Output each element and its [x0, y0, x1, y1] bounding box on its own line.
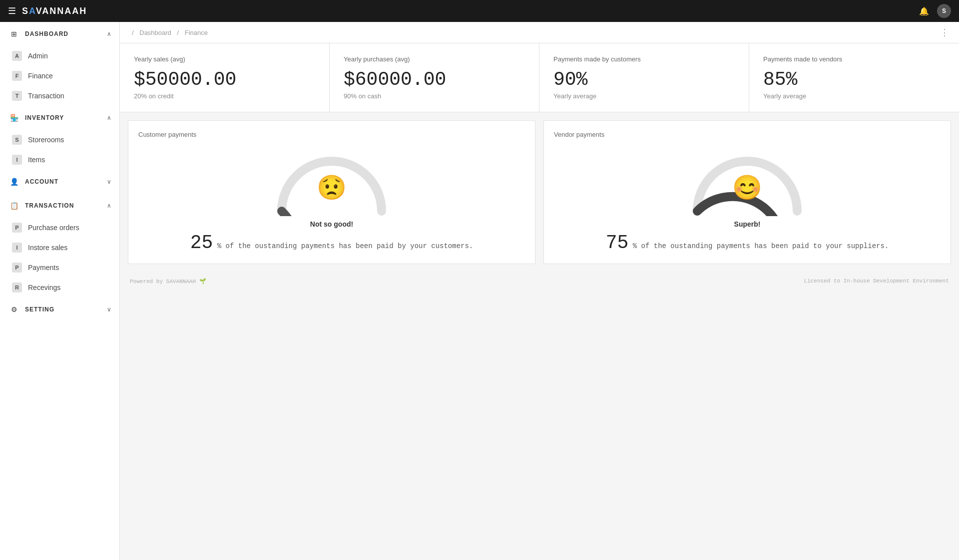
- sidebar-title-dashboard: DASHBOARD: [25, 30, 68, 37]
- sidebar-item-recevings[interactable]: R Recevings: [0, 278, 119, 297]
- sidebar-header-left-inventory: 🏪 INVENTORY: [8, 112, 64, 124]
- sidebar-item-items[interactable]: I Items: [0, 150, 119, 170]
- sidebar-header-left-setting: ⚙ SETTING: [8, 303, 54, 315]
- sidebar-letter-storerooms: S: [12, 135, 22, 145]
- stat-label-2: Payments made by customers: [553, 55, 735, 63]
- sidebar-letter-recevings: R: [12, 282, 22, 292]
- avatar[interactable]: S: [937, 4, 951, 18]
- breadcrumb-separator: /: [132, 29, 134, 36]
- topbar-left: ☰ SAVANNAAH: [8, 5, 87, 16]
- sidebar-item-finance[interactable]: F Finance: [0, 66, 119, 86]
- sidebar-item-label-finance: Finance: [28, 72, 53, 80]
- breadcrumb-bar: / Dashboard / Finance ⋮: [120, 22, 959, 43]
- gauge-container-1: 😊 Superb! 75 % of the oustanding payment…: [554, 146, 941, 254]
- gauge-face-1: 😊: [732, 174, 762, 202]
- sidebar-item-label-storerooms: Storerooms: [28, 136, 64, 144]
- grid-icon: ⊞: [8, 28, 20, 40]
- more-options-button[interactable]: ⋮: [940, 27, 949, 38]
- sidebar-header-dashboard[interactable]: ⊞ DASHBOARD ∧: [0, 22, 119, 46]
- breadcrumb-item-dashboard[interactable]: Dashboard: [139, 29, 173, 36]
- sidebar-item-label-purchase-orders: Purchase orders: [28, 224, 79, 232]
- sidebar-item-purchase-orders[interactable]: P Purchase orders: [0, 218, 119, 238]
- gauge-svg-1: 😊: [682, 146, 812, 216]
- sidebar-item-label-instore-sales: Instore sales: [28, 244, 67, 252]
- transaction-icon: 📋: [8, 200, 20, 212]
- gauge-percent-0: 25: [190, 232, 213, 254]
- hamburger-icon[interactable]: ☰: [8, 5, 16, 16]
- stat-card-2: Payments made by customers 90% Yearly av…: [539, 43, 749, 112]
- stat-label-1: Yearly purchases (avg): [344, 55, 525, 63]
- gauge-title-0: Customer payments: [138, 131, 525, 138]
- gauge-face-0: 😟: [317, 174, 347, 202]
- sidebar-section-dashboard: ⊞ DASHBOARD ∧ A Admin F Finance T Transa…: [0, 22, 119, 106]
- sidebar-header-left-account: 👤 ACCOUNT: [8, 176, 58, 188]
- stat-card-3: Payments made to vendors 85% Yearly aver…: [749, 43, 959, 112]
- gauge-card-0: Customer payments 😟 Not so good! 25 % of…: [128, 120, 535, 264]
- powered-by: Powered by SAVANNAAH 🌱: [130, 278, 206, 284]
- stat-value-1: $60000.00: [344, 69, 525, 90]
- chevron-dashboard-icon: ∧: [107, 30, 111, 37]
- license-text: Licensed to In-house Development Environ…: [804, 278, 949, 284]
- main-layout: ⊞ DASHBOARD ∧ A Admin F Finance T Transa…: [0, 22, 959, 560]
- gauge-status-1: Superb!: [734, 220, 761, 228]
- gauge-card-1: Vendor payments 😊 Superb! 75 % of the ou…: [543, 120, 951, 264]
- sidebar-item-payments[interactable]: P Payments: [0, 258, 119, 278]
- sidebar-letter-items: I: [12, 155, 22, 165]
- sidebar-item-admin[interactable]: A Admin: [0, 46, 119, 66]
- gauge-desc-1: 75 % of the oustanding payments has been…: [606, 232, 889, 254]
- stat-sub-2: Yearly average: [553, 92, 735, 100]
- bell-icon[interactable]: 🔔: [919, 6, 929, 16]
- sidebar-header-account[interactable]: 👤 ACCOUNT ∨: [0, 170, 119, 194]
- stat-label-3: Payments made to vendors: [763, 55, 945, 63]
- stat-sub-0: 20% on credit: [134, 92, 315, 100]
- account-icon: 👤: [8, 176, 20, 188]
- sidebar-header-setting[interactable]: ⚙ SETTING ∨: [0, 297, 119, 321]
- sidebar-item-instore-sales[interactable]: I Instore sales: [0, 238, 119, 258]
- sidebar-item-transaction[interactable]: T Transaction: [0, 86, 119, 106]
- sidebar-letter-admin: A: [12, 51, 22, 61]
- sidebar-letter-payments: P: [12, 263, 22, 273]
- app-logo: SAVANNAAH: [22, 6, 87, 16]
- chevron-setting-icon: ∨: [107, 306, 111, 313]
- gauge-container-0: 😟 Not so good! 25 % of the oustanding pa…: [138, 146, 525, 254]
- breadcrumb-item-finance[interactable]: Finance: [185, 29, 208, 36]
- sidebar-letter-finance: F: [12, 71, 22, 81]
- sidebar-header-left-transaction: 📋 TRANSACTION: [8, 200, 74, 212]
- sidebar-item-label-admin: Admin: [28, 52, 48, 60]
- sidebar-item-label-recevings: Recevings: [28, 283, 60, 291]
- sidebar-title-setting: SETTING: [25, 306, 54, 313]
- gauge-title-1: Vendor payments: [554, 131, 941, 138]
- chevron-transaction-icon: ∧: [107, 202, 111, 209]
- sidebar: ⊞ DASHBOARD ∧ A Admin F Finance T Transa…: [0, 22, 120, 560]
- gauge-status-0: Not so good!: [310, 220, 353, 228]
- gauge-desc-0: 25 % of the oustanding payments has been…: [190, 232, 474, 254]
- gear-icon: ⚙: [8, 303, 20, 315]
- sidebar-title-inventory: INVENTORY: [25, 114, 64, 121]
- sidebar-item-label-payments: Payments: [28, 264, 59, 272]
- store-icon: 🏪: [8, 112, 20, 124]
- content-area: / Dashboard / Finance ⋮ Yearly sales (av…: [120, 22, 959, 560]
- sidebar-section-account: 👤 ACCOUNT ∨: [0, 170, 119, 194]
- topbar: ☰ SAVANNAAH 🔔 S: [0, 0, 959, 22]
- topbar-right: 🔔 S: [919, 4, 951, 18]
- stat-sub-3: Yearly average: [763, 92, 945, 100]
- sidebar-header-inventory[interactable]: 🏪 INVENTORY ∧: [0, 106, 119, 130]
- stat-card-1: Yearly purchases (avg) $60000.00 90% on …: [330, 43, 539, 112]
- sidebar-section-transaction: 📋 TRANSACTION ∧ P Purchase orders I Inst…: [0, 194, 119, 297]
- gauge-grid: Customer payments 😟 Not so good! 25 % of…: [120, 120, 959, 272]
- sidebar-letter-transaction: T: [12, 91, 22, 101]
- stat-value-2: 90%: [553, 69, 735, 90]
- breadcrumb: / Dashboard / Finance: [130, 29, 210, 36]
- chevron-inventory-icon: ∧: [107, 114, 111, 121]
- sidebar-item-label-transaction: Transaction: [28, 92, 64, 100]
- sidebar-letter-purchase-orders: P: [12, 223, 22, 233]
- breadcrumb-separator2: /: [177, 29, 179, 36]
- stat-value-0: $50000.00: [134, 69, 315, 90]
- sidebar-title-transaction: TRANSACTION: [25, 202, 74, 209]
- sidebar-section-inventory: 🏪 INVENTORY ∧ S Storerooms I Items: [0, 106, 119, 170]
- sidebar-item-storerooms[interactable]: S Storerooms: [0, 130, 119, 150]
- sidebar-header-transaction[interactable]: 📋 TRANSACTION ∧: [0, 194, 119, 218]
- sidebar-letter-instore-sales: I: [12, 243, 22, 253]
- content-footer: Powered by SAVANNAAH 🌱 Licensed to In-ho…: [120, 272, 959, 290]
- sidebar-section-setting: ⚙ SETTING ∨: [0, 297, 119, 321]
